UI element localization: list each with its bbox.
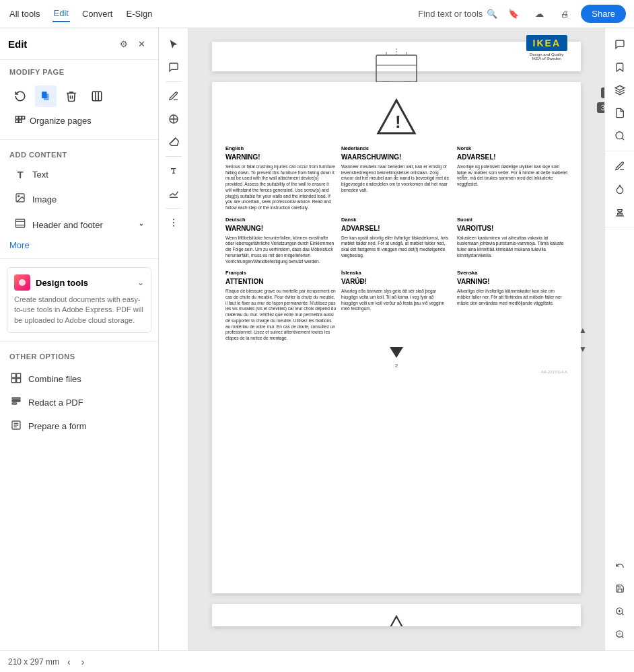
sidebar-header: Edit ⚙ ✕	[0, 28, 158, 60]
divider-2	[0, 258, 158, 259]
comment-tool[interactable]	[163, 57, 184, 78]
svg-rect-6	[15, 120, 18, 122]
page-size-label: 210 x 297 mm	[8, 657, 59, 667]
page-1: IKEA Design and QualityIKEA of Sweden	[212, 42, 581, 71]
zoom-in-btn[interactable]	[609, 601, 631, 622]
comment-panel-btn[interactable]	[609, 34, 631, 55]
delete-page-btn[interactable]	[61, 85, 82, 107]
more-link[interactable]: More	[0, 237, 158, 256]
cloud-icon-btn[interactable]: ☁	[530, 5, 549, 24]
warning-finnish: Suomi VAROITUS! Kalusteen kaatuminen voi…	[457, 217, 567, 264]
close-sidebar-btn[interactable]: ✕	[133, 35, 150, 52]
svg-point-43	[616, 132, 623, 139]
more-tools-btn[interactable]	[163, 212, 184, 233]
pages-panel-btn[interactable]	[609, 102, 631, 124]
page-number-bottom: 2	[225, 363, 567, 369]
organize-pages-label: Organize pages	[30, 116, 92, 126]
combine-files-label: Combine files	[28, 374, 81, 384]
scroll-down-btn[interactable]: ▼	[572, 341, 594, 357]
tool-divider-1	[166, 81, 182, 82]
svg-point-29	[173, 225, 174, 227]
rotate-left-btn[interactable]	[9, 85, 31, 107]
svg-rect-4	[19, 116, 22, 119]
text-item[interactable]: T Text	[4, 163, 154, 186]
bookmark-panel-btn[interactable]	[609, 57, 631, 78]
next-page-btn[interactable]: ›	[79, 655, 87, 669]
svg-rect-45	[617, 213, 622, 215]
nav-edit[interactable]: Edit	[52, 5, 70, 22]
prev-page-btn[interactable]: ‹	[65, 655, 73, 669]
svg-line-26	[171, 139, 176, 143]
other-options-label: OTHER OPTIONS	[0, 344, 158, 365]
svg-text:!: !	[396, 625, 400, 626]
pencil-tool[interactable]	[163, 85, 184, 107]
find-bar[interactable]: Find text or tools 🔍	[418, 9, 497, 19]
right-panel	[604, 28, 634, 650]
text-label: Text	[32, 170, 48, 180]
header-footer-label: Header and footer	[32, 220, 103, 230]
find-bar-label: Find text or tools	[418, 9, 483, 19]
page-3-partial: ! Česky Magyar Latviesu	[212, 604, 581, 626]
settings-icon-btn[interactable]: ⚙	[115, 35, 133, 52]
warning-english: English WARNING! Serious or fatal crushi…	[225, 145, 336, 211]
svg-line-44	[622, 138, 624, 140]
nav-items: All tools Edit Convert E-Sign	[8, 5, 154, 22]
stamp-panel-btn[interactable]	[609, 201, 631, 223]
warning-danish: Dansk ADVARSEL! Der kan opstå alvorlig e…	[341, 217, 452, 264]
design-tools-card: Design tools ⌄ Create standout documents…	[7, 267, 151, 333]
save-btn[interactable]	[609, 578, 631, 599]
design-tools-chevron-icon[interactable]: ⌄	[137, 278, 144, 287]
warning-dutch: Nederlands WAARSCHUWING! Wanneer meubels…	[341, 145, 452, 211]
svg-rect-7	[19, 120, 22, 122]
svg-rect-10	[15, 219, 24, 227]
extract-page-btn[interactable]	[86, 85, 108, 107]
share-button[interactable]: Share	[581, 5, 626, 23]
header-footer-icon	[13, 218, 27, 231]
search-panel-btn[interactable]	[609, 125, 631, 147]
image-item[interactable]: Image	[4, 187, 154, 211]
design-tools-title: Design tools	[36, 278, 132, 288]
combine-icon	[9, 373, 23, 385]
svg-point-28	[173, 222, 174, 223]
doc-code: AA-2237014-A	[225, 370, 567, 374]
fill-panel-btn[interactable]	[609, 178, 631, 200]
organize-pages-btn[interactable]: Organize pages	[9, 111, 149, 130]
prepare-form-item[interactable]: Prepare a form	[4, 414, 154, 438]
other-options-section: Combine files Redact a PDF Prepare a for…	[0, 365, 158, 441]
header-footer-chevron	[138, 221, 145, 228]
svg-line-47	[621, 613, 623, 615]
redact-icon	[9, 396, 23, 409]
pages-btn[interactable]	[35, 85, 57, 107]
bookmark-icon-btn[interactable]: 🔖	[504, 5, 523, 24]
svg-rect-5	[22, 116, 25, 119]
undo-btn[interactable]	[609, 555, 631, 576]
svg-rect-19	[12, 398, 20, 399]
main-area: Edit ⚙ ✕ MODIFY PAGE	[0, 28, 634, 650]
layers-panel-btn[interactable]	[609, 79, 631, 101]
zoom-out-btn[interactable]	[609, 624, 631, 645]
divider-1	[0, 139, 158, 140]
combine-files-item[interactable]: Combine files	[4, 367, 154, 391]
svg-rect-17	[17, 379, 21, 383]
eraser-tool[interactable]	[163, 131, 184, 153]
shape-tool[interactable]	[163, 108, 184, 130]
header-footer-item[interactable]: Header and footer	[4, 213, 154, 237]
scroll-up-btn[interactable]: ▲	[572, 322, 594, 338]
text-tool[interactable]	[163, 160, 184, 182]
top-navigation: All tools Edit Convert E-Sign Find text …	[0, 0, 634, 28]
design-tools-header: Design tools ⌄	[14, 274, 144, 291]
svg-point-27	[173, 219, 174, 220]
cursor-tool[interactable]	[163, 34, 184, 55]
nav-esign[interactable]: E-Sign	[125, 6, 153, 22]
image-label: Image	[32, 194, 57, 204]
signature-tool[interactable]	[163, 183, 184, 204]
divider-3	[0, 341, 158, 342]
add-content-label: ADD CONTENT	[0, 143, 158, 163]
page-num-badge: 2	[601, 87, 604, 98]
pen-panel-btn[interactable]	[609, 155, 631, 177]
print-icon-btn[interactable]: 🖨	[555, 5, 574, 24]
redact-pdf-item[interactable]: Redact a PDF	[4, 391, 154, 414]
nav-convert[interactable]: Convert	[81, 6, 114, 22]
page-2: ! English WARNING! Serious or fatal crus…	[212, 82, 581, 593]
nav-all-tools[interactable]: All tools	[8, 6, 42, 22]
